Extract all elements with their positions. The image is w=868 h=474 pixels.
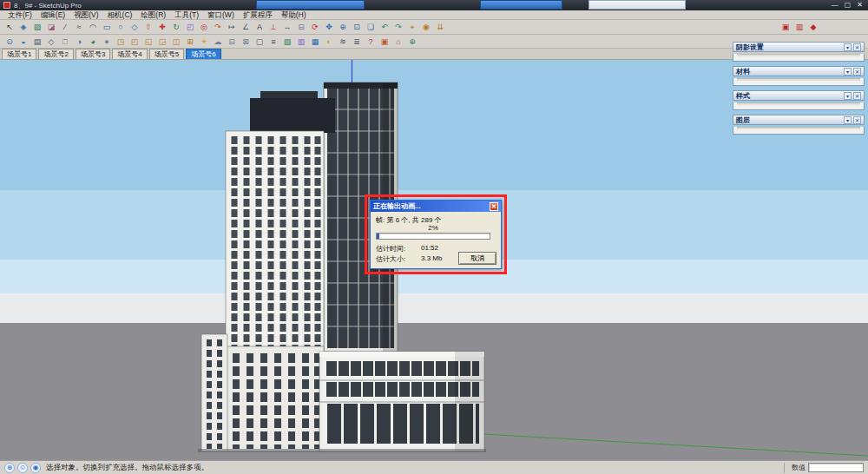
freehand-tool[interactable]: ≈ <box>72 21 86 33</box>
select-tool[interactable]: ↖ <box>3 21 16 33</box>
instructor-icon[interactable]: ? <box>364 36 378 48</box>
position-camera-tool[interactable]: ⌖ <box>405 21 419 33</box>
measurement-input[interactable] <box>808 463 864 472</box>
menu-extensions[interactable]: 扩展程序 <box>239 10 277 20</box>
close-icon[interactable]: ✕ <box>853 68 861 76</box>
menu-help[interactable]: 帮助(H) <box>277 10 311 20</box>
zoom-tool[interactable]: ⊕ <box>336 21 350 33</box>
hidden-line-mode-icon[interactable]: □ <box>58 36 72 48</box>
scene-tab-2[interactable]: 场景号2 <box>38 49 73 59</box>
close-icon[interactable]: ✕ <box>853 116 861 124</box>
layers-panel-icon[interactable]: ≡ <box>266 36 280 48</box>
add-location-icon[interactable]: ⊕ <box>405 36 419 48</box>
menu-tools[interactable]: 工具(T) <box>170 10 203 20</box>
style-builder-icon[interactable]: ▥ <box>792 21 806 33</box>
cancel-button[interactable]: 取消 <box>458 252 496 265</box>
help-icon[interactable]: ◉ <box>30 463 41 473</box>
hide-similar-icon[interactable]: ▢ <box>253 36 266 48</box>
arc-tool[interactable]: ◠ <box>86 21 100 33</box>
entity-info-icon[interactable]: ⊙ <box>3 36 16 48</box>
follow-me-tool[interactable]: ↷ <box>211 21 225 33</box>
section-cut-icon[interactable]: ⊠ <box>239 36 253 48</box>
scene-tab-1[interactable]: 场景号1 <box>2 49 36 59</box>
match-photo-icon[interactable]: ▣ <box>378 36 391 48</box>
shadows-toggle-icon[interactable]: ☀ <box>197 36 211 48</box>
dimension-tool[interactable]: ↔ <box>280 21 294 33</box>
credits-icon[interactable]: ☺ <box>17 463 28 473</box>
zoom-window-tool[interactable]: ⊡ <box>350 21 364 33</box>
move-tool[interactable]: ✚ <box>155 21 169 33</box>
model-info-icon[interactable]: ◒ <box>16 36 30 48</box>
front-view-icon[interactable]: ◱ <box>141 36 155 48</box>
section-plane-tool[interactable]: ⊟ <box>294 21 308 33</box>
menu-camera[interactable]: 相机(C) <box>103 10 137 20</box>
eraser-tool[interactable]: ◪ <box>44 21 58 33</box>
walk-tool[interactable]: ⇊ <box>433 21 447 33</box>
section-display-icon[interactable]: ⊟ <box>225 36 239 48</box>
shadow-settings-panel-icon[interactable]: ◐ <box>322 36 336 48</box>
text-tool[interactable]: A <box>253 21 266 33</box>
top-view-icon[interactable]: ◰ <box>128 36 141 48</box>
tray-header[interactable]: 阴影设置 ▾ ✕ <box>733 42 865 52</box>
scene-tab-3[interactable]: 场景号3 <box>76 49 110 59</box>
wireframe-mode-icon[interactable]: ◇ <box>44 36 58 48</box>
orbit-tool[interactable]: ⟳ <box>308 21 322 33</box>
offset-tool[interactable]: ◎ <box>197 21 211 33</box>
menu-edit[interactable]: 编辑(E) <box>36 10 69 20</box>
scene-tab-5[interactable]: 场景号5 <box>149 49 184 59</box>
dialog-close-icon[interactable]: ✕ <box>490 202 498 211</box>
monochrome-mode-icon[interactable]: ● <box>100 36 114 48</box>
send-to-layout-icon[interactable]: ▣ <box>779 21 792 33</box>
close-icon[interactable]: ✕ <box>853 92 861 100</box>
right-view-icon[interactable]: ◲ <box>155 36 169 48</box>
menu-draw[interactable]: 绘图(R) <box>136 10 170 20</box>
look-around-tool[interactable]: ◉ <box>419 21 433 33</box>
line-tool[interactable]: ∕ <box>58 21 72 33</box>
zoom-extents-tool[interactable]: ❏ <box>364 21 378 33</box>
rectangle-tool[interactable]: ▭ <box>100 21 114 33</box>
make-component-icon[interactable]: ◈ <box>16 21 30 33</box>
menu-view[interactable]: 视图(V) <box>69 10 102 20</box>
chevron-down-icon[interactable]: ▾ <box>844 92 852 100</box>
back-view-icon[interactable]: ◫ <box>169 36 183 48</box>
chevron-down-icon[interactable]: ▾ <box>844 68 852 76</box>
rotate-tool[interactable]: ↻ <box>169 21 183 33</box>
3d-warehouse-icon[interactable]: ⌂ <box>391 36 405 48</box>
x-ray-mode-icon[interactable]: ▤ <box>30 36 44 48</box>
next-view-icon[interactable]: ↷ <box>391 21 405 33</box>
minimize-icon[interactable]: — <box>832 0 838 10</box>
polygon-tool[interactable]: ◇ <box>128 21 141 33</box>
tray-header[interactable]: 材料 ▾ ✕ <box>733 66 865 76</box>
paint-bucket-icon[interactable]: ▨ <box>30 21 44 33</box>
scale-tool[interactable]: ◰ <box>183 21 197 33</box>
geolocation-icon[interactable]: ⊕ <box>4 463 15 473</box>
push-pull-tool[interactable]: ⇧ <box>141 21 155 33</box>
materials-panel-icon[interactable]: ▧ <box>280 36 294 48</box>
scene-tab-4[interactable]: 场景号4 <box>112 49 147 59</box>
menu-window[interactable]: 窗口(W) <box>203 10 239 20</box>
circle-tool[interactable]: ○ <box>114 21 128 33</box>
tray-header[interactable]: 样式 ▾ ✕ <box>733 90 865 101</box>
previous-view-icon[interactable]: ↶ <box>378 21 391 33</box>
scenes-panel-icon[interactable]: ▦ <box>308 36 322 48</box>
iso-view-icon[interactable]: ◳ <box>114 36 128 48</box>
protractor-tool[interactable]: ∠ <box>239 21 253 33</box>
shaded-mode-icon[interactable]: ◑ <box>72 36 86 48</box>
extension-warehouse-icon[interactable]: ◆ <box>806 21 820 33</box>
scene-tab-6[interactable]: 场景号6 <box>186 49 220 59</box>
close-icon[interactable]: ✕ <box>857 0 863 10</box>
close-icon[interactable]: ✕ <box>853 43 861 51</box>
axes-tool[interactable]: ⊥ <box>266 21 280 33</box>
menu-file[interactable]: 文件(F) <box>3 10 36 20</box>
outliner-icon[interactable]: ≣ <box>350 36 364 48</box>
pan-tool[interactable]: ✥ <box>322 21 336 33</box>
soften-edges-icon[interactable]: ≋ <box>336 36 350 48</box>
textured-mode-icon[interactable]: ◕ <box>86 36 100 48</box>
maximize-icon[interactable]: ▢ <box>845 0 852 10</box>
styles-panel-icon[interactable]: ▥ <box>294 36 308 48</box>
chevron-down-icon[interactable]: ▾ <box>844 43 852 51</box>
fog-toggle-icon[interactable]: ☁ <box>211 36 225 48</box>
tray-header[interactable]: 图层 ▾ ✕ <box>733 115 865 125</box>
tape-measure-tool[interactable]: ↦ <box>225 21 239 33</box>
chevron-down-icon[interactable]: ▾ <box>844 116 852 124</box>
